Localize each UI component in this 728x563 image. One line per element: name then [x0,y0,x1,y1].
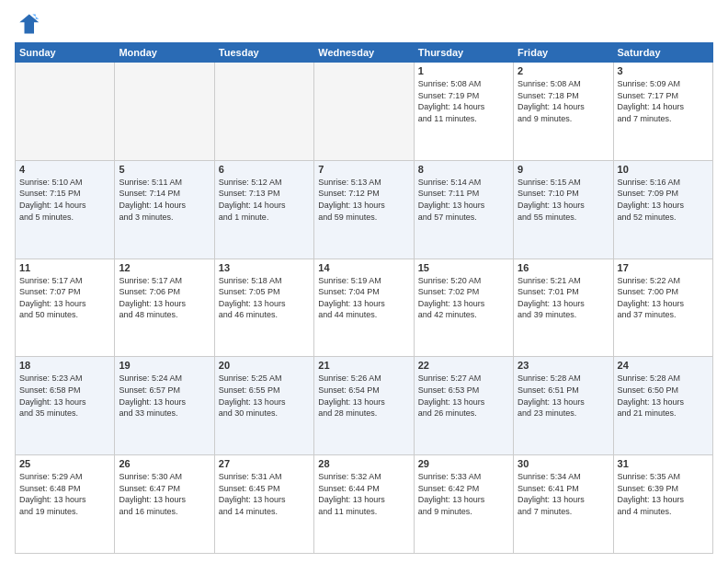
calendar-cell: 12Sunrise: 5:17 AM Sunset: 7:06 PM Dayli… [115,259,214,357]
calendar-cell: 27Sunrise: 5:31 AM Sunset: 6:45 PM Dayli… [214,455,313,554]
calendar-cell: 17Sunrise: 5:22 AM Sunset: 7:00 PM Dayli… [613,259,712,357]
calendar-table: SundayMondayTuesdayWednesdayThursdayFrid… [15,42,713,554]
day-info: Sunrise: 5:25 AM Sunset: 6:55 PM Dayligh… [219,373,310,419]
day-info: Sunrise: 5:19 AM Sunset: 7:04 PM Dayligh… [318,275,409,321]
calendar-cell: 7Sunrise: 5:13 AM Sunset: 7:12 PM Daylig… [314,160,414,259]
day-number: 18 [19,360,110,371]
calendar-cell: 8Sunrise: 5:14 AM Sunset: 7:11 PM Daylig… [414,160,513,259]
calendar-cell: 2Sunrise: 5:08 AM Sunset: 7:18 PM Daylig… [514,63,613,161]
calendar-cell: 4Sunrise: 5:10 AM Sunset: 7:15 PM Daylig… [16,160,115,259]
calendar-week-row: 4Sunrise: 5:10 AM Sunset: 7:15 PM Daylig… [16,160,713,259]
calendar-cell: 22Sunrise: 5:27 AM Sunset: 6:53 PM Dayli… [414,357,513,455]
calendar-cell: 26Sunrise: 5:30 AM Sunset: 6:47 PM Dayli… [115,455,214,554]
logo [15,11,44,37]
day-info: Sunrise: 5:09 AM Sunset: 7:17 PM Dayligh… [618,78,709,124]
day-info: Sunrise: 5:27 AM Sunset: 6:53 PM Dayligh… [418,373,509,419]
calendar-cell [314,63,414,161]
day-info: Sunrise: 5:34 AM Sunset: 6:41 PM Dayligh… [518,471,609,517]
day-info: Sunrise: 5:21 AM Sunset: 7:01 PM Dayligh… [518,275,609,321]
calendar-cell: 30Sunrise: 5:34 AM Sunset: 6:41 PM Dayli… [514,455,613,554]
day-number: 30 [518,458,609,469]
calendar-week-row: 11Sunrise: 5:17 AM Sunset: 7:07 PM Dayli… [16,259,713,357]
day-number: 14 [318,262,409,273]
day-header-monday: Monday [115,43,214,63]
day-number: 2 [518,65,609,76]
day-number: 12 [119,262,210,273]
day-number: 6 [219,164,310,175]
day-info: Sunrise: 5:10 AM Sunset: 7:15 PM Dayligh… [19,177,110,223]
day-number: 7 [318,164,409,175]
calendar-cell: 13Sunrise: 5:18 AM Sunset: 7:05 PM Dayli… [214,259,313,357]
day-number: 15 [418,262,509,273]
day-info: Sunrise: 5:15 AM Sunset: 7:10 PM Dayligh… [518,177,609,223]
calendar-cell: 3Sunrise: 5:09 AM Sunset: 7:17 PM Daylig… [613,63,712,161]
calendar-week-row: 25Sunrise: 5:29 AM Sunset: 6:48 PM Dayli… [16,455,713,554]
calendar-cell: 11Sunrise: 5:17 AM Sunset: 7:07 PM Dayli… [16,259,115,357]
calendar-cell [214,63,313,161]
calendar-cell: 10Sunrise: 5:16 AM Sunset: 7:09 PM Dayli… [613,160,712,259]
calendar-cell: 29Sunrise: 5:33 AM Sunset: 6:42 PM Dayli… [414,455,513,554]
day-number: 19 [119,360,210,371]
day-header-tuesday: Tuesday [214,43,313,63]
day-info: Sunrise: 5:29 AM Sunset: 6:48 PM Dayligh… [19,471,110,517]
day-info: Sunrise: 5:17 AM Sunset: 7:07 PM Dayligh… [19,275,110,321]
calendar-cell: 28Sunrise: 5:32 AM Sunset: 6:44 PM Dayli… [314,455,414,554]
day-number: 26 [119,458,210,469]
calendar-cell: 19Sunrise: 5:24 AM Sunset: 6:57 PM Dayli… [115,357,214,455]
day-info: Sunrise: 5:08 AM Sunset: 7:19 PM Dayligh… [418,78,509,124]
calendar-cell: 9Sunrise: 5:15 AM Sunset: 7:10 PM Daylig… [514,160,613,259]
day-info: Sunrise: 5:11 AM Sunset: 7:14 PM Dayligh… [119,177,210,223]
day-info: Sunrise: 5:28 AM Sunset: 6:50 PM Dayligh… [618,373,709,419]
calendar-cell [16,63,115,161]
calendar-cell: 15Sunrise: 5:20 AM Sunset: 7:02 PM Dayli… [414,259,513,357]
calendar-cell: 16Sunrise: 5:21 AM Sunset: 7:01 PM Dayli… [514,259,613,357]
day-info: Sunrise: 5:35 AM Sunset: 6:39 PM Dayligh… [618,471,709,517]
calendar-cell: 31Sunrise: 5:35 AM Sunset: 6:39 PM Dayli… [613,455,712,554]
calendar-cell: 20Sunrise: 5:25 AM Sunset: 6:55 PM Dayli… [214,357,313,455]
calendar-cell: 24Sunrise: 5:28 AM Sunset: 6:50 PM Dayli… [613,357,712,455]
day-header-friday: Friday [514,43,613,63]
day-info: Sunrise: 5:13 AM Sunset: 7:12 PM Dayligh… [318,177,409,223]
page-header [15,11,713,37]
day-number: 13 [219,262,310,273]
day-number: 20 [219,360,310,371]
logo-icon [15,11,40,37]
day-number: 8 [418,164,509,175]
day-header-thursday: Thursday [414,43,513,63]
calendar-cell [115,63,214,161]
day-info: Sunrise: 5:26 AM Sunset: 6:54 PM Dayligh… [318,373,409,419]
calendar-cell: 14Sunrise: 5:19 AM Sunset: 7:04 PM Dayli… [314,259,414,357]
calendar-cell: 18Sunrise: 5:23 AM Sunset: 6:58 PM Dayli… [16,357,115,455]
calendar-cell: 23Sunrise: 5:28 AM Sunset: 6:51 PM Dayli… [514,357,613,455]
day-number: 11 [19,262,110,273]
day-info: Sunrise: 5:22 AM Sunset: 7:00 PM Dayligh… [618,275,709,321]
day-info: Sunrise: 5:28 AM Sunset: 6:51 PM Dayligh… [518,373,609,419]
day-info: Sunrise: 5:16 AM Sunset: 7:09 PM Dayligh… [618,177,709,223]
day-number: 9 [518,164,609,175]
day-number: 22 [418,360,509,371]
calendar-cell: 25Sunrise: 5:29 AM Sunset: 6:48 PM Dayli… [16,455,115,554]
day-info: Sunrise: 5:32 AM Sunset: 6:44 PM Dayligh… [318,471,409,517]
day-number: 5 [119,164,210,175]
day-number: 10 [618,164,709,175]
day-number: 1 [418,65,509,76]
day-info: Sunrise: 5:18 AM Sunset: 7:05 PM Dayligh… [219,275,310,321]
calendar-cell: 5Sunrise: 5:11 AM Sunset: 7:14 PM Daylig… [115,160,214,259]
day-number: 17 [618,262,709,273]
calendar-header-row: SundayMondayTuesdayWednesdayThursdayFrid… [16,43,713,63]
day-number: 4 [19,164,110,175]
day-number: 28 [318,458,409,469]
day-number: 25 [19,458,110,469]
day-header-wednesday: Wednesday [314,43,414,63]
day-info: Sunrise: 5:33 AM Sunset: 6:42 PM Dayligh… [418,471,509,517]
day-number: 31 [618,458,709,469]
day-info: Sunrise: 5:12 AM Sunset: 7:13 PM Dayligh… [219,177,310,223]
calendar-week-row: 18Sunrise: 5:23 AM Sunset: 6:58 PM Dayli… [16,357,713,455]
day-info: Sunrise: 5:08 AM Sunset: 7:18 PM Dayligh… [518,78,609,124]
day-number: 16 [518,262,609,273]
day-number: 29 [418,458,509,469]
day-number: 3 [618,65,709,76]
day-info: Sunrise: 5:31 AM Sunset: 6:45 PM Dayligh… [219,471,310,517]
day-header-sunday: Sunday [16,43,115,63]
day-header-saturday: Saturday [613,43,712,63]
